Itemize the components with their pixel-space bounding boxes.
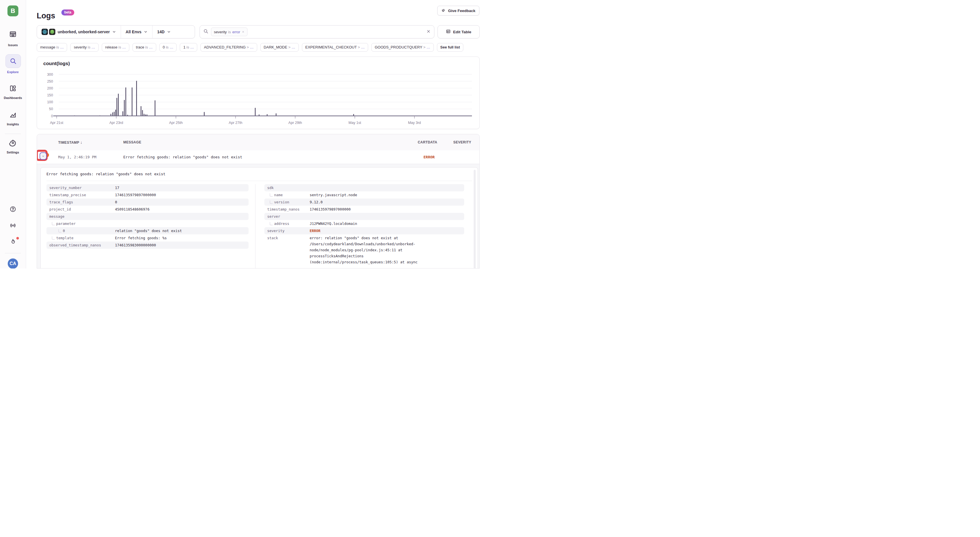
log-severity-badge: ERROR	[423, 150, 435, 164]
log-timestamp: May 1, 2:46:19 PM	[58, 150, 96, 164]
attribute-key: parameter	[46, 220, 115, 227]
attribute-key: timestamp_nanos	[264, 206, 310, 213]
attribute-row-template[interactable]: templateError fetching goods: %s	[46, 234, 248, 242]
project-selector[interactable]: unborked, unborked-server	[37, 25, 121, 38]
search-icon	[5, 54, 21, 68]
broadcast-icon[interactable]	[10, 222, 16, 229]
sidebar-divider	[5, 134, 21, 134]
filter-chip-goods_productquery[interactable]: GOODS_PRODUCTQUERY > …	[371, 43, 434, 52]
tree-connector	[52, 222, 55, 225]
attribute-row-0[interactable]: 0relation "goods" does not exist	[46, 227, 248, 234]
sidebar-item-label: Explore	[0, 70, 26, 74]
filter-chip-advanced_filtering[interactable]: ADVANCED_FILTERING > …	[200, 43, 257, 52]
column-header-message[interactable]: MESSAGE	[123, 134, 142, 150]
token-key: severity	[214, 30, 227, 34]
attribute-value: ERROR	[310, 227, 321, 234]
help-icon[interactable]	[10, 206, 16, 213]
attribute-row-timestamp_nanos[interactable]: timestamp_nanos1746135979897000000	[264, 206, 464, 213]
attribute-value: 4509118548606976	[115, 206, 150, 213]
attribute-row-severity_number[interactable]: severity_number17	[46, 184, 248, 191]
attribute-value: 0	[115, 199, 117, 206]
attribute-row-sdk[interactable]: sdk	[264, 184, 464, 191]
filter-chip-0[interactable]: 0 is …	[159, 43, 177, 52]
svg-text:Apr 23rd: Apr 23rd	[110, 121, 123, 125]
svg-text:Apr 25th: Apr 25th	[169, 121, 183, 125]
attribute-row-stack[interactable]: stackerror: relation "goods" does not ex…	[264, 234, 464, 266]
svg-text:May 3rd: May 3rd	[408, 121, 421, 125]
column-header-timestamp[interactable]: TIMESTAMP ↓	[58, 134, 82, 151]
attribute-key: address	[264, 220, 310, 227]
attribute-key: sdk	[264, 184, 310, 191]
attribute-row-project_id[interactable]: project_id4509118548606976	[46, 206, 248, 213]
chevron-down-icon	[167, 30, 171, 34]
attribute-row-parameter[interactable]: parameter	[46, 220, 248, 227]
svg-text:300: 300	[47, 73, 53, 76]
attribute-row-trace_flags[interactable]: trace_flags0	[46, 199, 248, 206]
search-input[interactable]: severity is error	[200, 25, 434, 38]
attribute-key: timestamp_precise	[46, 191, 115, 199]
filter-chip-severity[interactable]: severity is …	[70, 43, 99, 52]
attribute-key: severity_number	[46, 184, 115, 191]
expand-row-button[interactable]	[40, 152, 47, 160]
tree-connector	[59, 229, 61, 233]
column-header-cartdata[interactable]: CARTDATA	[418, 134, 437, 150]
logs-bar-chart[interactable]: 050100150200250300Apr 21stApr 23rdApr 25…	[40, 67, 476, 127]
react-project-icon	[41, 29, 48, 35]
attribute-key: project_id	[46, 206, 115, 213]
tree-connector	[270, 201, 273, 204]
attribute-row-version[interactable]: version9.12.0	[264, 199, 464, 206]
filter-chip-dark_mode[interactable]: DARK_MODE > …	[260, 43, 299, 52]
tree-connector	[270, 222, 273, 225]
attribute-row-message[interactable]: message	[46, 213, 248, 220]
chart-title: count(logs)	[43, 61, 70, 67]
attribute-value: 1746135979897000000	[310, 206, 351, 213]
attribute-row-address[interactable]: addressJ12PWN42YQ.localdomain	[264, 220, 464, 227]
megaphone-icon	[441, 8, 446, 13]
attribute-row-name[interactable]: namesentry.javascript.node	[264, 191, 464, 199]
detail-scrollbar[interactable]	[474, 170, 476, 269]
sidebar-item-label: Dashboards	[0, 96, 26, 100]
date-range-selector[interactable]: 14D	[153, 25, 175, 38]
attribute-value: J12PWN42YQ.localdomain	[310, 220, 357, 227]
beta-badge: beta	[61, 10, 74, 16]
org-logo[interactable]: B	[8, 5, 18, 16]
page-title: Logs	[37, 11, 55, 21]
token-operator: is	[228, 30, 231, 34]
node-project-icon	[49, 29, 55, 35]
edit-table-button[interactable]: Edit Table	[438, 25, 480, 38]
sidebar-item-label: Issues	[0, 43, 26, 47]
attribute-row-severity[interactable]: severityERROR	[264, 227, 464, 234]
filter-chip-trace[interactable]: trace is …	[132, 43, 156, 52]
attribute-row-observed_timestamp_nanos[interactable]: observed_timestamp_nanos1746135983000000…	[46, 242, 248, 249]
svg-text:100: 100	[47, 100, 53, 104]
filter-chip-experimental_checkout[interactable]: EXPERIMENTAL_CHECKOUT > …	[302, 43, 368, 52]
attribute-row-timestamp_precise[interactable]: timestamp_precise1746135979897000000	[46, 191, 248, 199]
token-remove-icon[interactable]	[242, 30, 245, 34]
give-feedback-label: Give Feedback	[448, 9, 476, 13]
attribute-key: trace_flags	[46, 199, 115, 206]
detail-attributes-right: sdknamesentry.javascript.nodeversion9.12…	[264, 184, 464, 266]
see-full-list-button[interactable]: See full list	[437, 43, 464, 52]
sort-descending-icon: ↓	[80, 140, 82, 145]
attribute-value: 9.12.0	[310, 199, 323, 206]
token-value: error	[232, 30, 240, 34]
search-clear-icon[interactable]	[426, 29, 431, 35]
give-feedback-button[interactable]: Give Feedback	[437, 6, 479, 16]
tree-connector	[52, 236, 55, 239]
attribute-value: error: relation "goods" does not exist a…	[310, 234, 422, 266]
attribute-row-server[interactable]: server	[264, 213, 464, 220]
attribute-key: template	[46, 234, 115, 242]
filter-chip-release[interactable]: release is …	[102, 43, 129, 52]
column-header-severity[interactable]: SEVERITY	[453, 134, 471, 150]
table-row[interactable]: May 1, 2:46:19 PM Error fetching goods: …	[37, 150, 479, 164]
svg-text:150: 150	[47, 93, 53, 97]
sidebar-item-label: Insights	[0, 123, 26, 126]
avatar[interactable]: CA	[8, 258, 18, 269]
filter-chip-1[interactable]: 1 is …	[180, 43, 197, 52]
environment-selector[interactable]: All Envs	[121, 25, 152, 38]
sidebar-item-label: Settings	[0, 151, 26, 154]
search-filter-token[interactable]: severity is error	[211, 27, 247, 36]
attribute-key: server	[264, 213, 310, 220]
filter-chip-message[interactable]: message is …	[37, 43, 67, 52]
fire-icon[interactable]	[10, 238, 16, 245]
